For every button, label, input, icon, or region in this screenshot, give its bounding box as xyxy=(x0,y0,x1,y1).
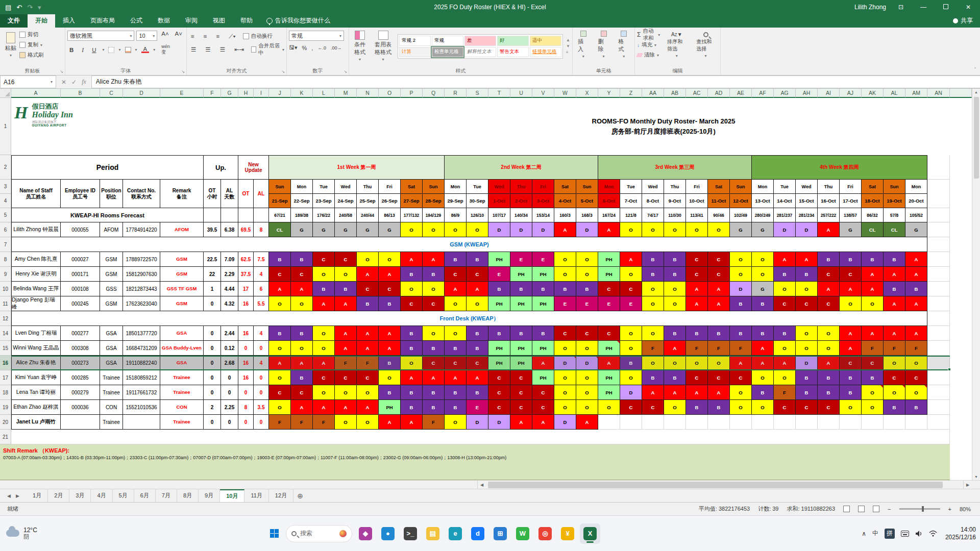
remark-r16[interactable]: GSA xyxy=(160,356,204,370)
employee-id-r10[interactable]: 000108 xyxy=(61,282,100,296)
shift-r6-20-Oct[interactable]: G xyxy=(905,222,927,237)
al-days-r11[interactable]: 4.32 xyxy=(221,296,238,311)
shift-r9-22-Sep[interactable]: C xyxy=(291,267,313,282)
shift-r17-20-Oct[interactable]: C xyxy=(905,370,927,385)
al-new-r17[interactable]: 0 xyxy=(254,370,269,385)
shift-r8-12-Oct[interactable]: O xyxy=(730,252,752,267)
merge-center-button[interactable]: 合并后居中▾ xyxy=(251,44,284,55)
shift-r17-29-Sep[interactable]: A xyxy=(445,370,467,385)
row-header-2[interactable]: 2 xyxy=(0,155,11,180)
shift-r10-1-Oct[interactable]: B xyxy=(488,282,510,296)
taskbar-app-file-explorer[interactable]: ▤ xyxy=(423,523,443,544)
shift-r9-2-Oct[interactable]: PH xyxy=(510,267,532,282)
shift-r10-28-Sep[interactable]: O xyxy=(423,282,445,296)
number-dialog-launcher[interactable]: ↘ xyxy=(344,69,347,74)
shift-r17-10-Oct[interactable]: C xyxy=(686,370,708,385)
shift-r17-12-Oct[interactable]: C xyxy=(730,370,752,385)
column-header-AG[interactable]: AG xyxy=(774,89,796,98)
column-header-D[interactable]: D xyxy=(123,89,160,98)
insert-cells-button[interactable]: 插入▾ xyxy=(575,30,592,60)
shift-r8-23-Sep[interactable]: C xyxy=(313,252,335,267)
shift-r20-21-Sep[interactable]: F xyxy=(269,415,291,430)
column-header-AD[interactable]: AD xyxy=(708,89,730,98)
shift-r14-24-Sep[interactable]: A xyxy=(335,326,357,341)
al-new-r6[interactable]: 8 xyxy=(254,222,269,237)
shift-r15-20-Oct[interactable]: F xyxy=(905,341,927,356)
conditional-formatting-button[interactable]: 条件格式▾ xyxy=(351,30,369,63)
shift-r9-27-Sep[interactable]: B xyxy=(401,267,423,282)
vertical-scrollbar[interactable]: ▲ ▼ xyxy=(972,89,980,480)
shift-r17-18-Oct[interactable]: B xyxy=(862,370,884,385)
shift-r19-12-Oct[interactable]: O xyxy=(730,400,752,415)
column-header-K[interactable]: K xyxy=(291,89,313,98)
shift-r18-27-Sep[interactable]: B xyxy=(401,385,423,400)
staff-name-r20[interactable]: Janet Lu 卢雨竹 xyxy=(11,415,61,430)
shift-r17-16-Oct[interactable]: B xyxy=(818,370,840,385)
employee-id-r15[interactable]: 000308 xyxy=(61,341,100,356)
shift-r8-7-Oct[interactable]: A xyxy=(620,252,642,267)
shift-r17-22-Sep[interactable]: B xyxy=(291,370,313,385)
cell-style-适中[interactable]: 适中 xyxy=(530,36,561,46)
shift-r20-7-Oct[interactable] xyxy=(620,415,642,430)
row-header-7[interactable]: 7 xyxy=(0,237,11,252)
shift-r18-11-Oct[interactable]: A xyxy=(708,385,730,400)
shift-r10-27-Sep[interactable]: O xyxy=(401,282,423,296)
tab-scroll-right-icon[interactable]: ▶ xyxy=(16,493,19,498)
shift-r6-15-Oct[interactable]: D xyxy=(796,222,818,237)
shift-r11-23-Sep[interactable]: A xyxy=(313,296,335,311)
sheet-tab-6月[interactable]: 6月 xyxy=(134,489,156,502)
row-header-17[interactable]: 17 xyxy=(0,370,11,385)
ot-new-r9[interactable]: 37.5 xyxy=(238,267,254,282)
staff-name-r16[interactable]: Alice Zhu 朱春艳 xyxy=(11,356,61,370)
al-new-r18[interactable]: 0 xyxy=(254,385,269,400)
shift-r6-9-Oct[interactable]: O xyxy=(664,222,686,237)
cell-style-常规[interactable]: 常规 xyxy=(432,36,463,46)
shift-r11-9-Oct[interactable]: O xyxy=(664,296,686,311)
shift-r18-18-Oct[interactable]: O xyxy=(862,385,884,400)
shift-r20-4-Oct[interactable]: D xyxy=(554,415,576,430)
al-days-r6[interactable]: 6.38 xyxy=(221,222,238,237)
shift-r11-14-Oct[interactable]: C xyxy=(774,296,796,311)
shift-r16-4-Oct[interactable]: D xyxy=(554,356,576,370)
font-name-select[interactable]: 微软雅黑▾ xyxy=(67,31,134,41)
position-r16[interactable]: GSA xyxy=(100,356,123,370)
shift-r14-6-Oct[interactable]: C xyxy=(598,326,620,341)
tab-公式[interactable]: 公式 xyxy=(122,14,150,28)
shift-r17-21-Sep[interactable]: O xyxy=(269,370,291,385)
shift-r20-27-Sep[interactable]: A xyxy=(401,415,423,430)
column-header-B[interactable]: B xyxy=(61,89,100,98)
shift-r16-5-Oct[interactable]: D xyxy=(576,356,598,370)
shift-r9-8-Oct[interactable]: B xyxy=(642,267,664,282)
sheet-tab-1月[interactable]: 1月 xyxy=(27,489,48,502)
shift-r20-30-Sep[interactable]: D xyxy=(467,415,488,430)
r5-blank-0[interactable] xyxy=(204,208,221,222)
column-header-AF[interactable]: AF xyxy=(752,89,774,98)
shift-r17-2-Oct[interactable]: C xyxy=(510,370,532,385)
shift-r6-24-Sep[interactable]: G xyxy=(335,222,357,237)
position-r6[interactable]: AFOM xyxy=(100,222,123,237)
contact-no-r11[interactable]: 17623623040 xyxy=(123,296,160,311)
shift-r15-29-Sep[interactable]: B xyxy=(445,341,467,356)
shift-r10-17-Oct[interactable]: A xyxy=(840,282,862,296)
shift-r20-16-Oct[interactable] xyxy=(818,415,840,430)
cell-style-警告文本[interactable]: 警告文本 xyxy=(497,47,529,57)
shift-r18-28-Sep[interactable]: B xyxy=(423,385,445,400)
al-days-r16[interactable]: 2.68 xyxy=(221,356,238,370)
remark-r15[interactable]: GSA Buddy-Lven xyxy=(160,341,204,356)
column-header-Y[interactable]: Y xyxy=(598,89,620,98)
styles-scroll-down-icon[interactable]: ▼ xyxy=(566,44,570,48)
remark-r8[interactable]: GSM xyxy=(160,252,204,267)
shift-r9-24-Sep[interactable]: O xyxy=(335,267,357,282)
delete-cells-button[interactable]: 删除▾ xyxy=(595,30,612,60)
minimize-button[interactable]: — xyxy=(916,4,931,11)
shift-r17-24-Sep[interactable]: C xyxy=(335,370,357,385)
al-new-r11[interactable]: 5.5 xyxy=(254,296,269,311)
shift-r10-24-Sep[interactable]: B xyxy=(335,282,357,296)
shift-r16-15-Oct[interactable]: D xyxy=(796,356,818,370)
column-header-AE[interactable]: AE xyxy=(730,89,752,98)
shift-r16-11-Oct[interactable]: O xyxy=(708,356,730,370)
shift-r6-3-Oct[interactable]: D xyxy=(532,222,554,237)
shift-r17-1-Oct[interactable]: C xyxy=(488,370,510,385)
shift-r19-7-Oct[interactable]: C xyxy=(620,400,642,415)
font-size-select[interactable]: 10▾ xyxy=(136,31,157,41)
